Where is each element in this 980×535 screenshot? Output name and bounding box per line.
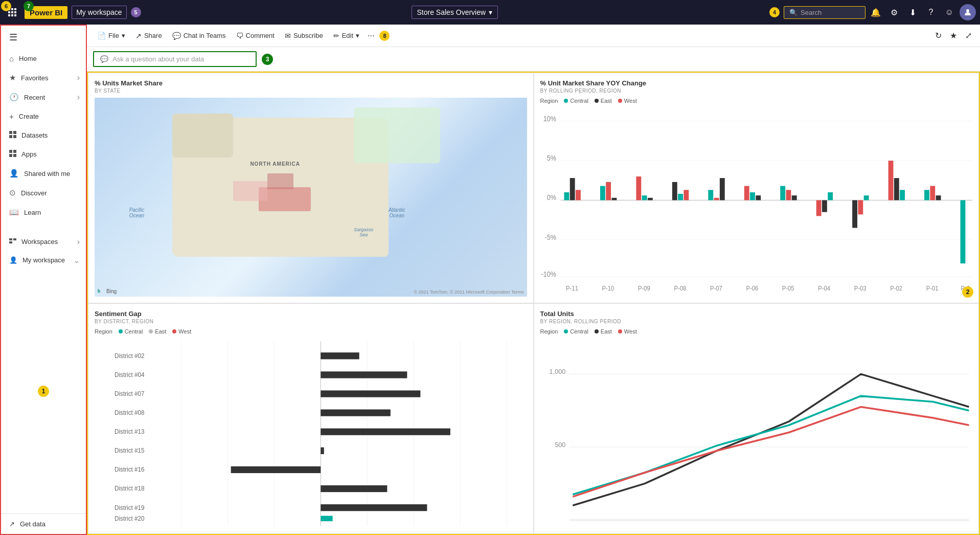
toolbar-more-button[interactable]: ···: [368, 31, 374, 40]
svg-rect-34: [611, 198, 617, 200]
svg-text:P-04: P-04: [637, 527, 651, 527]
search-box[interactable]: 🔍 Search: [784, 6, 865, 19]
sidebar-item-home[interactable]: ⌂ Home: [1, 49, 86, 68]
svg-rect-41: [708, 190, 713, 200]
map-copyright: © 2021 TomTom, © 2021 Microsoft Corporat…: [414, 289, 523, 295]
svg-text:P-11: P-11: [566, 284, 578, 292]
sidebar-item-shared-label: Shared with me: [24, 170, 70, 177]
sentiment-legend-east: East: [149, 328, 166, 335]
svg-rect-2: [14, 8, 16, 10]
file-button[interactable]: 📄 File ▾: [93, 29, 129, 42]
notification-bell-button[interactable]: 🔔: [868, 4, 884, 20]
svg-rect-39: [678, 194, 683, 200]
home-icon: ⌂: [9, 54, 14, 63]
share-button[interactable]: ↗ Share: [131, 29, 166, 42]
svg-text:P-03: P-03: [710, 527, 723, 527]
svg-rect-33: [606, 182, 611, 200]
get-data-label: Get data: [20, 520, 45, 528]
comment-button[interactable]: 🗨 Comment: [232, 29, 279, 42]
svg-rect-17: [13, 154, 16, 157]
sidebar-item-discover[interactable]: ⊙ Discover: [1, 183, 86, 203]
state-highlight-ne: [267, 173, 293, 189]
sidebar-item-shared[interactable]: 👤 Shared with me: [1, 164, 86, 183]
svg-rect-8: [14, 14, 16, 16]
svg-text:District #08: District #08: [115, 409, 145, 416]
svg-rect-47: [780, 186, 785, 200]
s-central-dot: [119, 329, 123, 333]
svg-rect-29: [564, 192, 569, 200]
svg-text:P-01: P-01: [854, 527, 868, 527]
svg-text:P-03: P-03: [854, 284, 866, 292]
svg-text:P-04: P-04: [818, 284, 830, 292]
sidebar-item-apps-label: Apps: [21, 150, 37, 158]
svg-rect-102: [321, 516, 332, 521]
svg-text:District #04: District #04: [115, 371, 145, 378]
t-central-dot: [564, 329, 568, 333]
alaska-land: [172, 114, 233, 158]
total-units-tile-subtitle: BY REGION, ROLLING PERIOD: [540, 319, 973, 324]
get-data-icon: ↗: [9, 520, 15, 528]
svg-text:P-07: P-07: [710, 284, 722, 292]
sidebar-item-workspaces[interactable]: Workspaces: [1, 232, 86, 251]
sidebar-item-favorites[interactable]: ★ Favorites: [1, 68, 86, 87]
yoy-chart-content[interactable]: 10% 5% 0% -5% -10%: [540, 107, 973, 297]
report-title-dropdown[interactable]: Store Sales Overview ▾: [412, 6, 498, 19]
sidebar-item-learn-label: Learn: [24, 209, 41, 216]
sidebar-item-learn[interactable]: 📖 Learn: [1, 203, 86, 222]
s-west-text: West: [178, 328, 191, 335]
east-legend-text: East: [601, 98, 612, 104]
total-units-tile: Total Units BY REGION, ROLLING PERIOD Re…: [534, 303, 979, 534]
svg-rect-43: [719, 178, 724, 200]
sidebar-item-my-workspace[interactable]: 👤 My workspace: [1, 251, 86, 269]
svg-text:P-05: P-05: [782, 284, 794, 292]
t-west-dot: [618, 329, 622, 333]
sidebar-item-apps[interactable]: Apps: [1, 145, 86, 164]
central-legend-dot: [564, 99, 568, 103]
svg-rect-100: [321, 485, 387, 492]
qa-input-field[interactable]: 💬 Ask a question about your data: [93, 51, 257, 67]
svg-text:P-10: P-10: [602, 284, 614, 292]
comment-icon: 🗨: [236, 32, 243, 40]
north-america-label: NORTH AMERICA: [250, 161, 300, 167]
settings-gear-button[interactable]: ⚙: [886, 4, 902, 20]
download-button[interactable]: ⬇: [904, 4, 921, 20]
dashboard: % Units Market Share BY STATE: [87, 72, 980, 535]
total-units-tile-title: Total Units: [540, 310, 973, 318]
refresh-button[interactable]: ↻: [933, 29, 944, 42]
west-legend-dot: [618, 99, 622, 103]
svg-rect-98: [321, 448, 324, 454]
badge-2: 2: [962, 286, 973, 298]
svg-text:P-02: P-02: [782, 527, 795, 527]
yoy-tile: % Unit Market Share YOY Change BY ROLLIN…: [534, 73, 979, 303]
subscribe-button[interactable]: ✉ Subscribe: [281, 29, 327, 42]
total-units-chart-content[interactable]: 1,000 500 P-05 P: [540, 338, 973, 527]
svg-rect-12: [9, 135, 12, 138]
sidebar-item-create[interactable]: + Create: [1, 107, 86, 126]
sidebar-item-datasets[interactable]: Datasets: [1, 126, 86, 145]
sidebar-item-recent[interactable]: 🕐 Recent: [1, 87, 86, 107]
workspace-selector[interactable]: My workspace: [72, 6, 126, 19]
bookmark-button[interactable]: ★: [948, 29, 959, 42]
t-west-text: West: [624, 328, 637, 335]
svg-text:District #18: District #18: [115, 485, 145, 492]
sidebar-collapse-button[interactable]: ☰: [1, 26, 86, 49]
feedback-button[interactable]: ☺: [941, 4, 958, 20]
map-tile-content[interactable]: NORTH AMERICA PacificOcean AtlanticOcean…: [95, 98, 527, 297]
svg-rect-56: [888, 161, 893, 200]
sentiment-chart-svg: District #02 District #04 District #07 D…: [95, 338, 527, 527]
sidebar-item-favorites-label: Favorites: [21, 74, 48, 82]
svg-rect-42: [714, 198, 719, 200]
svg-rect-58: [900, 190, 905, 200]
svg-rect-4: [11, 11, 13, 13]
fullscreen-button[interactable]: ⤢: [963, 29, 974, 42]
user-avatar-button[interactable]: [960, 4, 976, 20]
apps-icon: [9, 150, 16, 159]
edit-button[interactable]: ✏ Edit ▾: [329, 29, 363, 42]
sentiment-chart-content[interactable]: District #02 District #04 District #07 D…: [95, 338, 527, 527]
sidebar-get-data-button[interactable]: ↗ Get data: [1, 514, 86, 534]
svg-rect-40: [683, 190, 689, 200]
svg-text:P-02: P-02: [890, 284, 902, 292]
chat-in-teams-button[interactable]: 💬 Chat in Teams: [168, 29, 230, 42]
help-button[interactable]: ?: [923, 4, 939, 20]
topbar-right-actions: 4 🔍 Search 🔔 ⚙ ⬇ ? ☺: [769, 4, 976, 20]
